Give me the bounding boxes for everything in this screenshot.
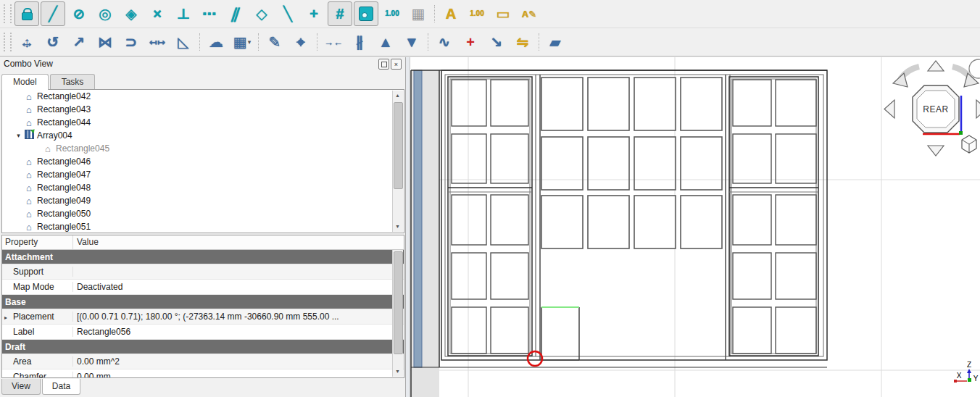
expander-icon[interactable]: ▾ <box>14 132 23 139</box>
snap-dimensions-icon[interactable]: 1.00 <box>380 1 404 26</box>
right-group-frame <box>731 79 816 354</box>
tree-item-rectangle044[interactable]: ⌂Rectangle044 <box>2 116 404 129</box>
draft-add-point-icon[interactable]: + <box>458 30 483 54</box>
snap-midpoint-icon[interactable]: ⊘ <box>67 1 91 26</box>
tree-item-rectangle051[interactable]: ⌂Rectangle051 <box>2 220 404 233</box>
draft-clone-icon[interactable]: ☁ <box>204 30 228 54</box>
tab-data[interactable]: Data <box>42 379 80 395</box>
property-row: LabelRectangle056 <box>2 325 404 340</box>
tree-item-rectangle042[interactable]: ⌂Rectangle042 <box>2 90 404 103</box>
snap-perpendicular-icon[interactable]: ⊥ <box>171 1 196 26</box>
draft-split-icon[interactable]: ∦ <box>347 30 372 54</box>
snap-intersection-icon[interactable]: × <box>145 1 170 26</box>
draft-move-icon[interactable]: ↔↕ <box>14 30 39 54</box>
3d-viewport[interactable]: REARZXY <box>410 57 980 397</box>
snap-working-plane-icon[interactable] <box>354 1 378 26</box>
window-cell <box>681 78 722 130</box>
scrollbar-thumb[interactable] <box>394 102 403 189</box>
navcube-arrow-up[interactable] <box>928 61 944 71</box>
tree-item-array004[interactable]: ▾Array004 <box>2 129 404 142</box>
tree-item-rectangle043[interactable]: ⌂Rectangle043 <box>2 103 404 116</box>
toolbar-separator <box>199 33 200 51</box>
tree-item-rectangle045[interactable]: ⌂Rectangle045 <box>2 142 404 155</box>
rectangle-icon: ⌂ <box>26 209 32 220</box>
scroll-down-arrow-icon[interactable]: ▼ <box>393 367 402 377</box>
toggle-grid-icon[interactable]: ▦ <box>406 1 431 26</box>
draft-shape2dview-icon[interactable]: ▰ <box>543 30 568 54</box>
draft-text-icon[interactable]: A <box>439 1 463 26</box>
navcube-arrow-right[interactable] <box>976 100 980 118</box>
draft-rotate-icon[interactable]: ↺ <box>41 30 65 54</box>
snap-near-icon[interactable]: ╲ <box>275 1 300 26</box>
right-group-frame <box>729 77 818 356</box>
snap-angle-icon[interactable]: ◈ <box>119 1 144 26</box>
window-cell <box>634 137 676 190</box>
draft-scale-icon[interactable]: ↗ <box>67 30 91 54</box>
draft-annotation-styles-icon[interactable]: A✎ <box>517 1 541 26</box>
dropdown-arrow-icon[interactable]: ▾ <box>248 38 252 46</box>
snap-extension-icon[interactable]: ⋯ <box>197 1 222 26</box>
snap-ortho-icon[interactable]: + <box>302 1 326 26</box>
draft-downgrade-icon[interactable]: ▼ <box>399 30 424 54</box>
tab-tasks[interactable]: Tasks <box>50 74 96 90</box>
tree-item-rectangle049[interactable]: ⌂Rectangle049 <box>2 194 404 207</box>
scroll-down-arrow-icon[interactable]: ▼ <box>393 222 402 232</box>
float-panel-button[interactable] <box>378 59 389 70</box>
snap-special-icon[interactable]: ◇ <box>249 1 274 26</box>
draft-array-icon[interactable]: ▦▾ <box>230 30 254 54</box>
close-panel-button[interactable]: × <box>391 59 402 70</box>
draft-drawing[interactable]: REARZXY <box>410 57 980 397</box>
snap-lock-icon[interactable] <box>14 1 39 26</box>
property-value[interactable]: Rectangle056 <box>73 327 404 337</box>
draft-slope-icon[interactable]: ↘ <box>484 30 509 54</box>
draft-flip-dimension-icon[interactable]: ⇋ <box>510 30 535 54</box>
toolbar-handle[interactable] <box>4 4 12 23</box>
view-data-tabs: ViewData <box>0 379 82 397</box>
draft-offset-icon[interactable]: ⊃ <box>119 30 144 54</box>
snap-endpoint-icon[interactable]: ╱ <box>41 1 65 26</box>
window-cell <box>452 253 486 299</box>
property-scrollbar[interactable]: ▼ <box>392 250 403 377</box>
draft-wire-to-bspline-icon[interactable]: ∿ <box>432 30 457 54</box>
tab-view[interactable]: View <box>1 379 41 395</box>
property-value[interactable]: 0.00 mm <box>73 372 404 378</box>
draft-join-icon[interactable]: →← <box>321 30 346 54</box>
expander-icon[interactable]: ▸ <box>4 314 7 321</box>
tree-item-rectangle050[interactable]: ⌂Rectangle050 <box>2 207 404 220</box>
draft-mirror-icon[interactable]: ⋈ <box>93 30 117 54</box>
snap-grid-icon[interactable]: # <box>328 1 352 26</box>
tree-item-rectangle048[interactable]: ⌂Rectangle048 <box>2 181 404 194</box>
navcube-arrow-down[interactable] <box>928 146 944 156</box>
tree-item-label: Rectangle042 <box>37 91 91 101</box>
window-cell <box>733 134 771 183</box>
axis-y-marker <box>968 378 971 382</box>
property-header: Property Value <box>2 235 404 250</box>
draft-edit-icon[interactable]: ✎ <box>262 30 287 54</box>
window-cell <box>491 195 528 245</box>
property-value[interactable]: Deactivated <box>73 282 404 292</box>
left-group-frame <box>450 79 530 354</box>
window-cell <box>776 195 816 245</box>
tree-item-rectangle047[interactable]: ⌂Rectangle047 <box>2 168 404 181</box>
navcube-arrow-left[interactable] <box>884 100 894 118</box>
property-value[interactable]: [(0.00 0.71 0.71); 180.00 °; (-27363.14 … <box>73 312 404 322</box>
snap-center-icon[interactable]: ◎ <box>93 1 117 26</box>
property-value[interactable]: 0.00 mm^2 <box>73 356 404 367</box>
draft-label-icon[interactable]: ▭ <box>491 1 515 26</box>
snap-parallel-icon[interactable]: ∥ <box>223 1 248 26</box>
draft-dimension-icon[interactable]: 1.00 <box>465 1 489 26</box>
window-cell <box>733 253 771 299</box>
tree-scrollbar[interactable]: ▲ ▼ <box>392 91 403 232</box>
toolbar-handle[interactable] <box>4 33 12 51</box>
axis-x-marker <box>954 380 957 383</box>
draft-trimex-icon[interactable]: ↤↦ <box>145 30 170 54</box>
draft-stretch-icon[interactable]: ◺ <box>171 30 196 54</box>
draft-upgrade-icon[interactable]: ▲ <box>373 30 398 54</box>
tree-item-rectangle046[interactable]: ⌂Rectangle046 <box>2 155 404 168</box>
window-cell <box>452 307 486 354</box>
tab-model[interactable]: Model <box>1 74 49 90</box>
window-cell <box>588 137 629 190</box>
scroll-up-arrow-icon[interactable]: ▲ <box>393 91 402 101</box>
draft-subelement-highlight-icon[interactable]: ⌖ <box>288 30 313 54</box>
scrollbar-thumb[interactable] <box>394 251 403 354</box>
